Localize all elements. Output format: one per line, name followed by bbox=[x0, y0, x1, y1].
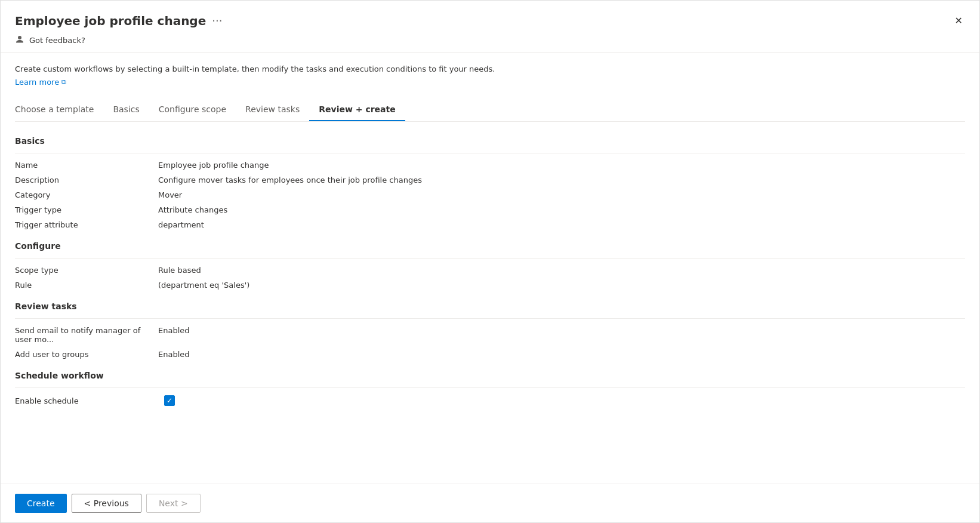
close-icon[interactable]: ✕ bbox=[953, 13, 965, 29]
field-name-value: Employee job profile change bbox=[158, 161, 269, 170]
more-options-icon[interactable]: ··· bbox=[212, 14, 222, 27]
feedback-person-icon bbox=[15, 35, 24, 46]
learn-more-label: Learn more bbox=[15, 78, 59, 87]
enable-schedule-row: Enable schedule bbox=[15, 395, 965, 406]
tab-basics[interactable]: Basics bbox=[103, 99, 149, 121]
field-name: Name Employee job profile change bbox=[15, 161, 965, 170]
field-category: Category Mover bbox=[15, 190, 965, 199]
field-category-label: Category bbox=[15, 190, 158, 199]
field-trigger-attribute-label: Trigger attribute bbox=[15, 220, 158, 229]
schedule-workflow-divider bbox=[15, 387, 965, 388]
field-rule: Rule (department eq 'Sales') bbox=[15, 281, 965, 290]
field-scope-type-label: Scope type bbox=[15, 266, 158, 275]
enable-schedule-checkbox[interactable] bbox=[164, 395, 175, 406]
previous-button[interactable]: < Previous bbox=[72, 494, 141, 513]
create-button[interactable]: Create bbox=[15, 494, 67, 513]
tab-review-tasks[interactable]: Review tasks bbox=[236, 99, 309, 121]
configure-section-title: Configure bbox=[15, 241, 965, 251]
field-add-user-groups-value: Enabled bbox=[158, 350, 190, 359]
review-tasks-divider bbox=[15, 318, 965, 319]
field-category-value: Mover bbox=[158, 190, 182, 199]
field-send-email-label: Send email to notify manager of user mo.… bbox=[15, 326, 158, 344]
tab-choose-template[interactable]: Choose a template bbox=[15, 99, 103, 121]
field-trigger-type-label: Trigger type bbox=[15, 205, 158, 214]
field-send-email: Send email to notify manager of user mo.… bbox=[15, 326, 965, 344]
field-scope-type-value: Rule based bbox=[158, 266, 201, 275]
field-trigger-type: Trigger type Attribute changes bbox=[15, 205, 965, 214]
field-rule-label: Rule bbox=[15, 281, 158, 290]
description-text: Create custom workflows by selecting a b… bbox=[15, 64, 965, 73]
next-button: Next > bbox=[146, 494, 201, 513]
review-tasks-section-title: Review tasks bbox=[15, 302, 965, 311]
tabs-row: Choose a template Basics Configure scope… bbox=[15, 99, 965, 122]
feedback-bar: Got feedback? bbox=[1, 29, 979, 53]
field-trigger-attribute-value: department bbox=[158, 220, 204, 229]
dialog-title-row: Employee job profile change ··· bbox=[15, 14, 222, 28]
field-rule-value: (department eq 'Sales') bbox=[158, 281, 249, 290]
field-trigger-attribute: Trigger attribute department bbox=[15, 220, 965, 229]
tab-configure-scope[interactable]: Configure scope bbox=[149, 99, 236, 121]
dialog-title: Employee job profile change bbox=[15, 14, 206, 28]
learn-more-link[interactable]: Learn more ⧉ bbox=[15, 78, 66, 87]
basics-section-title: Basics bbox=[15, 136, 965, 146]
feedback-label[interactable]: Got feedback? bbox=[29, 36, 85, 45]
configure-divider bbox=[15, 258, 965, 259]
external-link-icon: ⧉ bbox=[61, 78, 66, 86]
field-name-label: Name bbox=[15, 161, 158, 170]
field-add-user-groups-label: Add user to groups bbox=[15, 350, 158, 359]
dialog-header: Employee job profile change ··· ✕ bbox=[1, 1, 979, 29]
schedule-workflow-section-title: Schedule workflow bbox=[15, 371, 965, 380]
field-add-user-groups: Add user to groups Enabled bbox=[15, 350, 965, 359]
field-scope-type: Scope type Rule based bbox=[15, 266, 965, 275]
enable-schedule-label: Enable schedule bbox=[15, 396, 158, 405]
dialog-footer: Create < Previous Next > bbox=[1, 484, 979, 522]
dialog-container: Employee job profile change ··· ✕ Got fe… bbox=[0, 0, 980, 523]
field-description-value: Configure mover tasks for employees once… bbox=[158, 176, 422, 184]
field-description: Description Configure mover tasks for em… bbox=[15, 176, 965, 184]
field-trigger-type-value: Attribute changes bbox=[158, 205, 227, 214]
tab-review-create[interactable]: Review + create bbox=[309, 99, 405, 121]
field-send-email-value: Enabled bbox=[158, 326, 190, 335]
basics-divider bbox=[15, 153, 965, 153]
content-area: Create custom workflows by selecting a b… bbox=[1, 53, 979, 484]
field-description-label: Description bbox=[15, 176, 158, 184]
